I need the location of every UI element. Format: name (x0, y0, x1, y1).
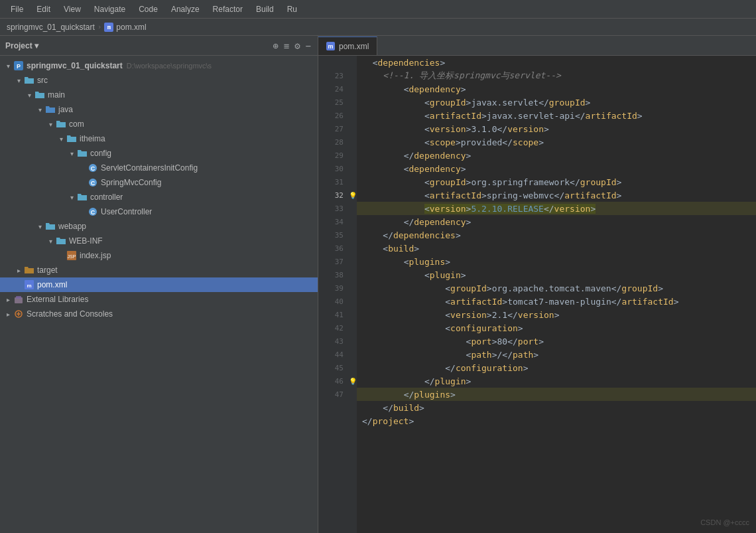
menu-item-code[interactable]: Code (133, 3, 163, 15)
code-line-36: <plugins> (357, 255, 756, 268)
breadcrumb: springmvc_01_quickstart › m pom.xml (0, 19, 756, 36)
file-icon-servlet: C (88, 163, 98, 173)
fold-38 (349, 268, 357, 281)
breadcrumb-file[interactable]: pom.xml (116, 23, 146, 32)
tree-node-src[interactable]: src (0, 73, 318, 88)
pom-xml-label: pom.xml (37, 280, 67, 289)
minimize-icon[interactable]: − (304, 39, 312, 52)
spring-config-label: SpringMvcConfig (101, 178, 161, 187)
tree-node-controller[interactable]: controller (0, 190, 318, 204)
folder-icon-webinf (56, 236, 66, 246)
menu-item-analyze[interactable]: Analyze (166, 3, 205, 15)
menu-item-edit[interactable]: Edit (31, 3, 56, 15)
fold-gutter: 💡 💡 (349, 56, 357, 533)
tree-node-external-libs[interactable]: External Libraries (0, 292, 318, 307)
locate-icon[interactable]: ⊕ (271, 39, 279, 52)
code-line-35: <build> (357, 242, 756, 255)
tree-node-webapp[interactable]: webapp (0, 219, 318, 234)
code-editor[interactable]: <dependencies> <!--1. 导入坐标springmvc与serv… (357, 56, 756, 533)
fold-31 (349, 175, 357, 189)
fold-26 (349, 109, 357, 122)
code-line-24: <groupId>javax.servlet</groupId> (357, 96, 756, 109)
ln-comment (318, 56, 349, 69)
tree-node-user-controller[interactable]: C UserController (0, 204, 318, 219)
tree-node-java[interactable]: java (0, 102, 318, 117)
code-line-31: <artifactId>spring-webmvc</artifactId> (357, 189, 756, 202)
tree-node-servlet-config[interactable]: C ServletContainersInitConfig (0, 161, 318, 175)
ln-40: 40 (318, 295, 349, 308)
fold-44 (349, 348, 357, 361)
tree-node-webinf[interactable]: WEB-INF (0, 234, 318, 248)
menu-item-view[interactable]: View (58, 3, 86, 15)
svg-text:P: P (17, 63, 21, 70)
servlet-config-label: ServletContainersInitConfig (101, 163, 198, 173)
fold-32-bulb[interactable]: 💡 (349, 189, 357, 202)
code-line-46: </plugins> (357, 388, 756, 401)
tree-node-index-jsp[interactable]: JSP index.jsp (0, 248, 318, 263)
ln-34: 34 (318, 215, 349, 228)
tree-node-spring-config[interactable]: C SpringMvcConfig (0, 175, 318, 190)
ln-26: 26 (318, 109, 349, 122)
ln-37: 37 (318, 255, 349, 268)
tree-node-main[interactable]: main (0, 88, 318, 102)
code-line-44: </configuration> (357, 361, 756, 374)
tree-node-pom-xml[interactable]: m pom.xml (0, 277, 318, 292)
menu-item-build[interactable]: Build (251, 3, 279, 15)
fold-45 (349, 361, 357, 374)
code-line-37: <plugin> (357, 268, 756, 281)
fold-46-bulb[interactable]: 💡 (349, 374, 357, 388)
ln-28: 28 (318, 135, 349, 149)
fold-42 (349, 321, 357, 335)
code-line-33: </dependency> (357, 215, 756, 228)
tree-arrow-itheima (56, 133, 66, 144)
svg-text:C: C (91, 180, 95, 187)
code-line-32: <version>5.2.10.RELEASE</version> (357, 202, 756, 215)
code-line-30: <groupId>org.springframework</groupId> (357, 175, 756, 189)
editor-tab-pom[interactable]: m pom.xml (318, 37, 377, 55)
ln-23: 23 (318, 69, 349, 82)
ln-38: 38 (318, 268, 349, 281)
main-label: main (48, 90, 65, 100)
ln-27: 27 (318, 122, 349, 135)
fold-39 (349, 281, 357, 295)
tree-node-itheima[interactable]: itheima (0, 131, 318, 146)
breadcrumb-file-icon: m (104, 23, 113, 32)
tree-root[interactable]: P springmvc_01_quickstart D:\workspace\s… (0, 58, 318, 73)
menu-item-file[interactable]: File (5, 3, 29, 15)
settings-icon[interactable]: ⚙ (293, 39, 301, 52)
com-label: com (69, 119, 84, 129)
ln-35: 35 (318, 228, 349, 242)
tree-arrow-external (3, 294, 13, 305)
menu-item-navigate[interactable]: Navigate (89, 3, 131, 15)
tab-file-icon: m (326, 42, 335, 50)
collapse-icon[interactable]: ≡ (283, 39, 290, 52)
sidebar-title: Project ▾ (5, 41, 267, 50)
external-libs-label: External Libraries (27, 295, 88, 304)
fold-29 (349, 149, 357, 162)
menu-item-run[interactable]: Ru (282, 3, 302, 15)
svg-rect-13 (16, 296, 21, 299)
breadcrumb-project[interactable]: springmvc_01_quickstart (7, 23, 95, 32)
sidebar: Project ▾ ⊕ ≡ ⚙ − P springmvc_01_quickst… (0, 36, 318, 533)
code-line-40: <version>2.1</version> (357, 308, 756, 321)
code-line-38: <groupId>org.apache.tomcat.maven</groupI… (357, 281, 756, 295)
code-line-49 (357, 427, 756, 441)
tree-node-scratches[interactable]: Scratches and Consoles (0, 307, 318, 321)
fold-30 (349, 162, 357, 175)
ln-43: 43 (318, 335, 349, 348)
tree-arrow-com (45, 119, 56, 129)
tree-node-com[interactable]: com (0, 117, 318, 131)
menu-item-refactor[interactable]: Refactor (208, 3, 248, 15)
fold-27 (349, 122, 357, 135)
ln-31: 31 (318, 175, 349, 189)
tab-label: pom.xml (339, 42, 369, 51)
ln-36: 36 (318, 242, 349, 255)
code-line-25: <artifactId>javax.servlet-api</artifactI… (357, 109, 756, 122)
tree-node-config[interactable]: config (0, 146, 318, 161)
tree-arrow-scratches (3, 309, 13, 319)
ln-25: 25 (318, 96, 349, 109)
tree-node-target[interactable]: target (0, 263, 318, 277)
config-label: config (90, 149, 111, 158)
folder-icon-target (24, 265, 34, 275)
tree-arrow-webapp (34, 221, 45, 232)
